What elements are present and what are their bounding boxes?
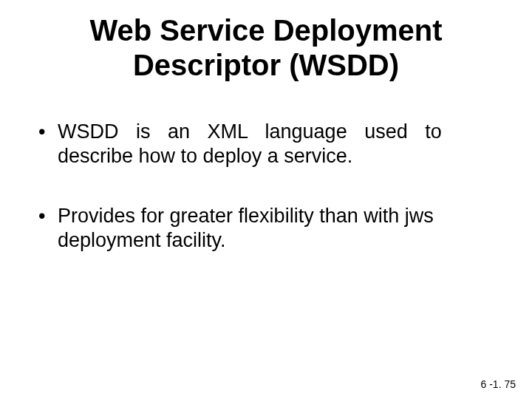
bullet-text-line: WSDD is an XML language used to xyxy=(58,120,494,144)
slide-body: WSDD is an XML language used to describe… xyxy=(38,120,494,288)
bullet-item: WSDD is an XML language used to describe… xyxy=(38,120,494,168)
bullet-text: Provides for greater flexibility than wi… xyxy=(58,205,434,251)
slide: Web Service Deployment Descriptor (WSDD)… xyxy=(0,0,532,399)
bullet-item: Provides for greater flexibility than wi… xyxy=(38,204,494,253)
slide-title: Web Service Deployment Descriptor (WSDD) xyxy=(0,13,532,83)
bullet-text-line: describe how to deploy a service. xyxy=(58,144,494,168)
slide-number: 6 -1. 75 xyxy=(481,378,516,390)
bullet-list: WSDD is an XML language used to describe… xyxy=(38,120,494,253)
